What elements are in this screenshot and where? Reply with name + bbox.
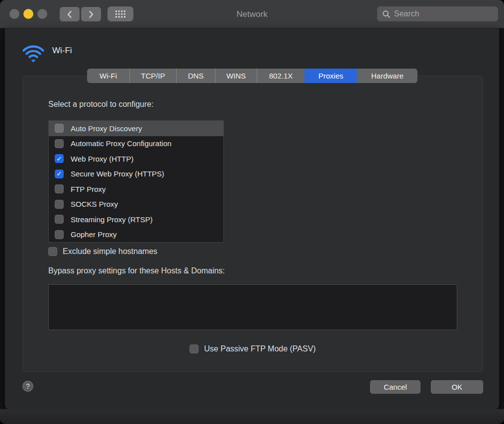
exclude-simple-hostnames-checkbox[interactable] (48, 247, 57, 256)
connection-name-label: Wi-Fi (52, 46, 72, 56)
protocol-row-auto-proxy-discovery[interactable]: Auto Proxy Discovery (49, 121, 223, 136)
protocol-row-automatic-proxy-configuration[interactable]: Automatic Proxy Configuration (49, 136, 223, 152)
checkbox[interactable] (55, 154, 64, 163)
search-icon (382, 10, 391, 18)
back-button[interactable] (60, 7, 80, 21)
wifi-icon (21, 41, 46, 63)
protocol-label: Auto Proxy Discovery (71, 124, 142, 133)
protocol-label: Gopher Proxy (71, 230, 117, 239)
tab-dns[interactable]: DNS (176, 69, 215, 83)
checkbox[interactable] (55, 215, 64, 224)
checkbox[interactable] (55, 139, 64, 148)
checkbox[interactable] (55, 124, 64, 133)
protocol-row-socks-proxy[interactable]: SOCKS Proxy (49, 197, 223, 212)
forward-button[interactable] (81, 7, 101, 21)
parent-window-bottom-edge (0, 409, 504, 424)
help-button[interactable]: ? (22, 381, 33, 392)
use-passive-ftp-label: Use Passive FTP Mode (PASV) (204, 344, 315, 353)
protocol-label: Streaming Proxy (RTSP) (71, 215, 153, 224)
protocol-label: Automatic Proxy Configuration (71, 139, 172, 148)
search-placeholder: Search (394, 9, 419, 18)
protocol-label: Secure Web Proxy (HTTPS) (71, 170, 164, 178)
tab-hardware[interactable]: Hardware (357, 69, 417, 83)
chevron-left-icon (66, 10, 73, 19)
tab-bar: Wi-Fi TCP/IP DNS WINS 802.1X Proxies Har… (87, 69, 417, 83)
tab-wifi[interactable]: Wi-Fi (87, 69, 129, 83)
minimize-window-button[interactable] (23, 9, 33, 19)
cancel-button[interactable]: Cancel (370, 380, 420, 394)
titlebar: Network Search (0, 0, 504, 28)
exclude-simple-hostnames-row: Exclude simple hostnames (48, 247, 157, 256)
protocol-row-streaming-proxy-rtsp[interactable]: Streaming Proxy (RTSP) (49, 212, 223, 227)
tab-proxies[interactable]: Proxies (304, 69, 357, 83)
network-preferences-window: Network Search Wi-Fi Select a protocol t… (0, 0, 504, 424)
chevron-right-icon (88, 10, 95, 19)
zoom-window-button[interactable] (37, 9, 47, 19)
bypass-hosts-label: Bypass proxy settings for these Hosts & … (48, 266, 225, 275)
use-passive-ftp-checkbox[interactable] (190, 344, 199, 353)
ok-button[interactable]: OK (431, 380, 483, 394)
checkbox[interactable] (55, 230, 64, 239)
protocol-row-web-proxy-http[interactable]: Web Proxy (HTTP) (49, 151, 223, 167)
protocol-row-ftp-proxy[interactable]: FTP Proxy (49, 181, 223, 197)
protocol-row-secure-web-proxy-https[interactable]: Secure Web Proxy (HTTPS) (49, 167, 223, 182)
protocol-label: Web Proxy (HTTP) (71, 155, 133, 163)
exclude-simple-hostnames-label: Exclude simple hostnames (63, 247, 157, 256)
select-protocol-label: Select a protocol to configure: (48, 100, 154, 109)
bypass-hosts-textarea[interactable] (48, 284, 457, 330)
tab-tcpip[interactable]: TCP/IP (129, 69, 176, 83)
checkbox[interactable] (55, 170, 64, 178)
settings-panel: Select a protocol to configure: Auto Pro… (22, 76, 483, 372)
checkbox[interactable] (55, 184, 64, 193)
use-passive-ftp-row: Use Passive FTP Mode (PASV) (23, 344, 483, 353)
protocol-label: SOCKS Proxy (71, 200, 118, 208)
protocol-label: FTP Proxy (71, 185, 106, 193)
show-all-preferences-button[interactable] (107, 6, 133, 21)
tab-wins[interactable]: WINS (215, 69, 257, 83)
grid-icon (115, 10, 125, 18)
protocol-row-gopher-proxy[interactable]: Gopher Proxy (49, 227, 223, 243)
proxies-sheet: Wi-Fi Select a protocol to configure: Au… (5, 28, 499, 409)
close-window-button[interactable] (9, 9, 19, 19)
search-input[interactable]: Search (377, 6, 498, 21)
protocol-list: Auto Proxy Discovery Automatic Proxy Con… (48, 120, 224, 243)
tab-8021x[interactable]: 802.1X (257, 69, 304, 83)
checkbox[interactable] (55, 200, 64, 209)
